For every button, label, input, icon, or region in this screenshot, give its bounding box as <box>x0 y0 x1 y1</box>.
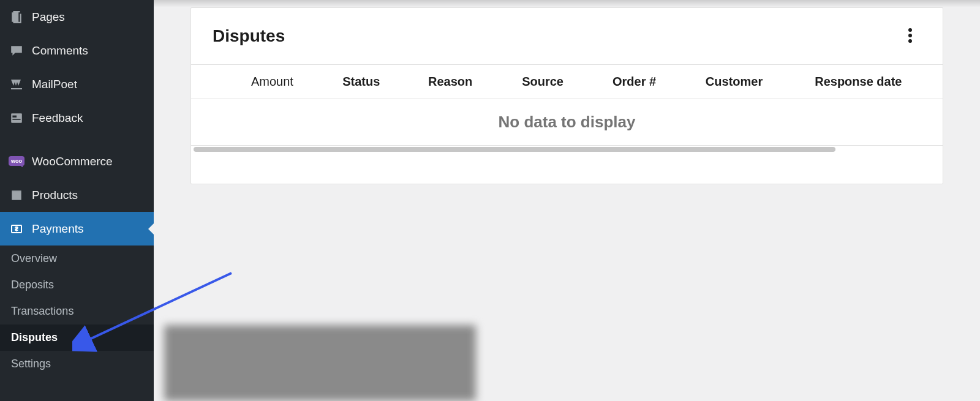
card-header: Disputes <box>191 8 943 64</box>
sidebar-item-label: Payments <box>32 222 83 236</box>
card-footer <box>191 153 943 184</box>
col-status[interactable]: Status <box>325 65 411 99</box>
submenu-item-disputes[interactable]: Disputes <box>0 324 154 351</box>
col-source[interactable]: Source <box>505 65 595 99</box>
comment-icon <box>7 44 26 58</box>
col-reason[interactable]: Reason <box>411 65 505 99</box>
admin-sidebar: Pages Comments MailPoet Feedback woo Woo… <box>0 0 154 401</box>
sidebar-item-label: MailPoet <box>32 78 77 91</box>
horizontal-scrollbar[interactable] <box>194 146 940 153</box>
svg-point-8 <box>908 28 912 32</box>
sidebar-item-payments[interactable]: Payments <box>0 212 154 245</box>
sidebar-item-woocommerce[interactable]: woo WooCommerce <box>0 144 154 178</box>
empty-message: No data to display <box>191 99 943 146</box>
sidebar-item-label: Products <box>32 189 78 202</box>
col-order[interactable]: Order # <box>595 65 688 99</box>
payments-icon <box>7 222 26 236</box>
products-icon <box>7 189 26 202</box>
feedback-icon <box>7 111 26 125</box>
card-menu-button[interactable] <box>899 25 921 47</box>
col-customer[interactable]: Customer <box>688 65 797 99</box>
svg-rect-5 <box>12 192 21 200</box>
woo-icon: woo <box>7 156 26 167</box>
disputes-card: Disputes Amount Status Reason Source Ord… <box>190 7 943 184</box>
table-wrap[interactable]: Amount Status Reason Source Order # Cust… <box>191 64 943 153</box>
horizontal-scrollbar-thumb[interactable] <box>194 147 835 152</box>
svg-rect-0 <box>11 113 22 122</box>
table-head: Amount Status Reason Source Order # Cust… <box>191 65 943 99</box>
mailpoet-icon <box>7 77 26 92</box>
card-title: Disputes <box>213 26 285 46</box>
redacted-block <box>164 325 476 401</box>
sidebar-item-feedback[interactable]: Feedback <box>0 101 154 135</box>
col-amount[interactable]: Amount <box>234 65 325 99</box>
svg-point-9 <box>908 34 912 37</box>
sidebar-separator <box>0 135 154 144</box>
submenu-item-overview[interactable]: Overview <box>0 245 154 272</box>
empty-row: No data to display <box>191 99 943 146</box>
main-content: Disputes Amount Status Reason Source Ord… <box>154 0 980 401</box>
submenu-item-settings[interactable]: Settings <box>0 351 154 377</box>
col-response-date[interactable]: Response date <box>797 65 943 99</box>
col-check <box>191 65 234 99</box>
sidebar-item-label: WooCommerce <box>32 155 113 168</box>
svg-rect-6 <box>12 190 21 192</box>
sidebar-item-products[interactable]: Products <box>0 178 154 212</box>
sidebar-item-label: Pages <box>32 10 65 24</box>
sidebar-item-pages[interactable]: Pages <box>0 0 154 34</box>
sidebar-item-mailpoet[interactable]: MailPoet <box>0 67 154 101</box>
sidebar-item-comments[interactable]: Comments <box>0 34 154 67</box>
svg-rect-1 <box>12 115 17 117</box>
svg-text:woo: woo <box>10 158 22 164</box>
submenu-item-deposits[interactable]: Deposits <box>0 272 154 298</box>
disputes-table: Amount Status Reason Source Order # Cust… <box>191 65 943 146</box>
svg-point-10 <box>908 39 912 43</box>
submenu-item-transactions[interactable]: Transactions <box>0 298 154 324</box>
page-stack-icon <box>7 10 26 24</box>
sidebar-item-label: Feedback <box>32 111 83 125</box>
svg-rect-2 <box>12 119 20 120</box>
sidebar-item-label: Comments <box>32 44 88 58</box>
kebab-icon <box>908 28 912 45</box>
